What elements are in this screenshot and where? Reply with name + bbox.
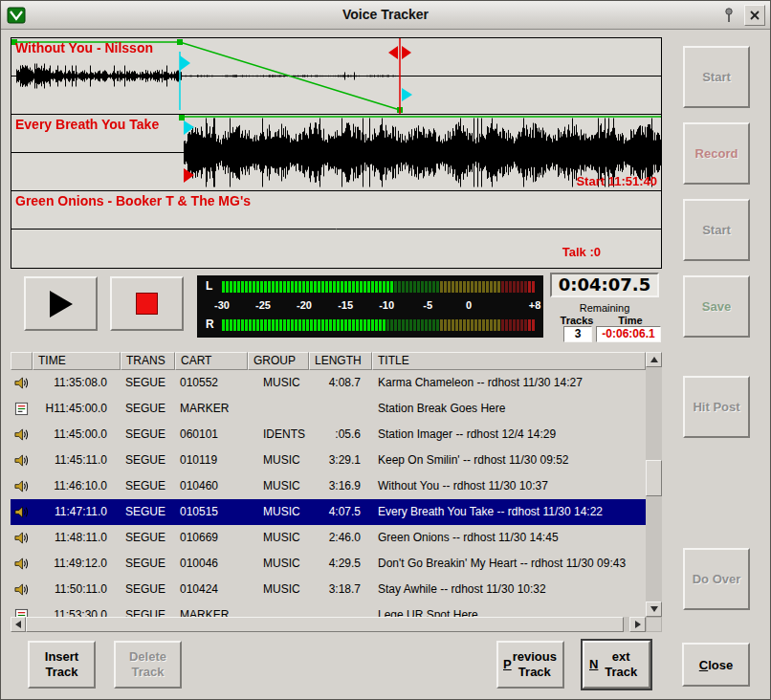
cell-time: 11:49:12.0 <box>33 551 121 577</box>
meter-scale-label: -5 <box>423 299 432 311</box>
speaker-icon <box>11 525 33 551</box>
vertical-scrollbar[interactable] <box>646 352 662 617</box>
cell-cart: 010119 <box>175 448 248 473</box>
table-row[interactable]: 11:46:10.0SEGUE010460MUSIC3:16.9Without … <box>11 473 646 499</box>
close-button[interactable]: Close <box>682 643 750 687</box>
cell-length: 3:18.7 <box>309 577 372 602</box>
cell-group <box>248 396 309 422</box>
table-row[interactable]: 11:45:00.0SEGUE060101IDENTS:05.6Station … <box>11 422 646 448</box>
previous-track-button[interactable]: Previous Track <box>496 641 564 689</box>
remaining-heading: Remaining <box>550 302 659 314</box>
cell-time: 11:45:11.0 <box>33 448 121 473</box>
scroll-left-button[interactable] <box>11 617 26 632</box>
cell-title: Don't Go Breakin' My Heart -- rdhost 11/… <box>372 551 646 577</box>
table-row[interactable]: H11:45:00.0SEGUEMARKERStation Break Goes… <box>11 396 646 422</box>
meter-scale-label: -10 <box>379 299 394 311</box>
meter-strip-left <box>222 281 535 293</box>
cell-group: IDENTS <box>248 422 309 448</box>
table-row[interactable]: 11:45:11.0SEGUE010119MUSIC3:29.1Keep On … <box>11 448 646 473</box>
meter-left-label: L <box>206 279 212 293</box>
cell-cart: MARKER <box>175 602 248 617</box>
fade-marker-icon[interactable] <box>180 55 190 71</box>
column-header-cart[interactable]: CART <box>175 352 248 370</box>
stop-button[interactable] <box>110 276 184 331</box>
cell-cart: MARKER <box>175 396 248 422</box>
cell-length: 2:46.0 <box>309 525 372 551</box>
cell-trans: SEGUE <box>121 370 175 396</box>
column-header-length[interactable]: LENGTH <box>309 352 372 370</box>
cell-time: H11:45:00.0 <box>33 396 121 422</box>
meter-scale-label: -25 <box>255 299 271 311</box>
meter-right-label: R <box>206 317 214 331</box>
fade-marker-icon[interactable] <box>184 120 194 135</box>
next-track-button[interactable]: Next Track <box>583 641 650 689</box>
rubberband-handle[interactable] <box>179 115 185 120</box>
cell-trans: SEGUE <box>121 602 175 617</box>
cell-group: MUSIC <box>248 473 309 499</box>
table-row[interactable]: 11:48:11.0SEGUE010669MUSIC2:46.0Green On… <box>11 525 646 551</box>
horizontal-scrollbar[interactable] <box>11 617 646 632</box>
cell-cart: 010515 <box>175 499 248 525</box>
insert-track-button[interactable]: Insert Track <box>28 641 96 689</box>
table-row[interactable]: 11:53:30.0SEGUEMARKERLege UR Spot Here <box>11 602 646 617</box>
end-marker-icon[interactable] <box>388 46 398 59</box>
play-button[interactable] <box>24 276 98 331</box>
delete-track-button[interactable]: Delete Track <box>114 641 182 689</box>
cell-group: MUSIC <box>248 370 309 396</box>
meter-scale-label: 0 <box>466 299 472 311</box>
fade-marker-icon[interactable] <box>402 88 412 101</box>
column-header-trans[interactable]: TRANS <box>121 352 175 370</box>
cell-title: Stay Awhile -- rdhost 11/30 10:32 <box>372 577 646 602</box>
do-over-button[interactable]: Do Over <box>683 548 750 610</box>
start-button-1[interactable]: Start <box>683 46 750 108</box>
waveform-track-3[interactable]: Green Onions - Booker T & The MG's Talk … <box>11 191 661 268</box>
window-close-button[interactable] <box>744 5 765 26</box>
cell-time: 11:48:11.0 <box>33 525 121 551</box>
cell-group: MUSIC <box>248 525 309 551</box>
waveform-track-1[interactable]: Without You - Nilsson <box>11 38 661 115</box>
cell-group: MUSIC <box>248 577 309 602</box>
cell-title: Station Break Goes Here <box>372 396 646 422</box>
record-button[interactable]: Record <box>683 122 750 185</box>
rubberband-handle[interactable] <box>177 39 183 45</box>
table-row[interactable]: 11:47:11.0SEGUE010515MUSIC4:07.5Every Br… <box>11 499 646 525</box>
column-header-title[interactable]: TITLE <box>372 352 646 370</box>
column-header-time[interactable]: TIME <box>33 352 121 370</box>
meter-scale-label: +8 <box>529 299 541 311</box>
table-row[interactable]: 11:50:11.0SEGUE010424MUSIC3:18.7Stay Awh… <box>11 577 646 602</box>
table-row[interactable]: 11:35:08.0SEGUE010552MUSIC4:08.7Karma Ch… <box>11 370 646 396</box>
end-marker-icon[interactable] <box>402 46 411 59</box>
cell-trans: SEGUE <box>121 448 175 473</box>
cell-length <box>309 602 372 617</box>
scroll-right-button[interactable] <box>629 617 646 632</box>
close-icon <box>750 11 760 20</box>
cell-trans: SEGUE <box>121 577 175 602</box>
cell-group: MUSIC <box>248 551 309 577</box>
cell-group <box>248 602 309 617</box>
start-marker-icon[interactable] <box>184 168 194 183</box>
cell-time: 11:50:11.0 <box>33 577 121 602</box>
cell-title: Green Onions -- rdhost 11/30 14:45 <box>372 525 646 551</box>
start-button-2[interactable]: Start <box>683 199 750 261</box>
pin-icon[interactable] <box>718 5 739 26</box>
scroll-up-button[interactable] <box>646 352 662 367</box>
cell-length: 4:08.7 <box>309 370 372 396</box>
scroll-down-button[interactable] <box>646 602 662 617</box>
column-header-group[interactable]: GROUP <box>248 352 309 370</box>
horizontal-scrollbar-thumb[interactable] <box>26 617 624 632</box>
table-row[interactable]: 11:49:12.0SEGUE010046MUSIC4:29.5Don't Go… <box>11 551 646 577</box>
window-title: Voice Tracker <box>1 7 770 22</box>
cell-title: Karma Chameleon -- rdhost 11/30 14:27 <box>372 370 646 396</box>
titlebar[interactable]: Voice Tracker <box>1 1 770 30</box>
column-header-icon[interactable] <box>11 352 33 370</box>
cell-title: Lege UR Spot Here <box>372 602 646 617</box>
cell-cart: 010424 <box>175 577 248 602</box>
vertical-scrollbar-thumb[interactable] <box>646 460 662 496</box>
cell-time: 11:45:00.0 <box>33 422 121 448</box>
save-button[interactable]: Save <box>683 275 750 338</box>
waveform-track-2[interactable]: Every Breath You Take Start 11:51:40 <box>11 115 661 191</box>
hit-post-button[interactable]: Hit Post <box>683 376 750 438</box>
log-rows: 11:35:08.0SEGUE010552MUSIC4:08.7Karma Ch… <box>11 370 646 617</box>
cell-title: Keep On Smilin' -- rdhost 11/30 09:52 <box>372 448 646 473</box>
remaining-tracks-label: Tracks <box>552 315 602 326</box>
